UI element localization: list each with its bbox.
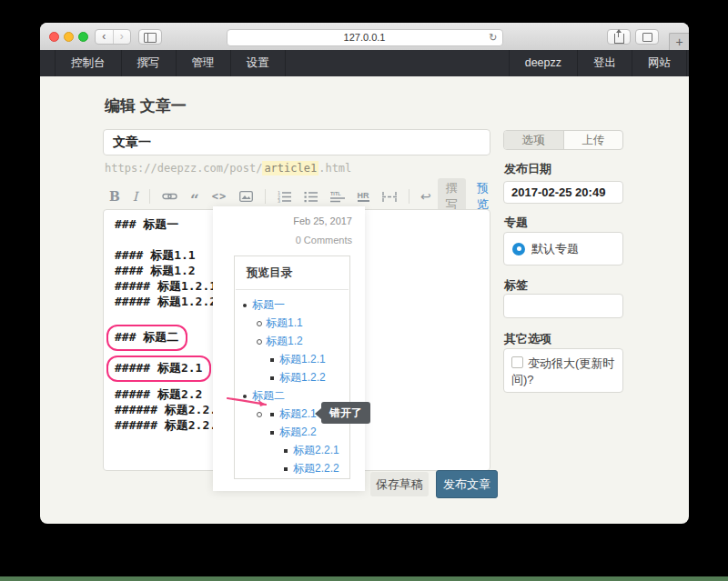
toc-link[interactable]: 标题2.2: [279, 426, 317, 438]
browser-window: ‹ › 127.0.0.1 ↻ + 控制台撰写管理设置 deepzz登出网站 编…: [40, 23, 689, 524]
toc-link[interactable]: 标题1.2.1: [279, 353, 326, 366]
other-options-label: 其它选项: [504, 331, 551, 347]
ordered-list-icon[interactable]: 123: [278, 191, 291, 203]
nav-item[interactable]: 控制台: [55, 50, 122, 76]
tab-upload[interactable]: 上传: [563, 131, 623, 149]
heading-icon[interactable]: TITL: [330, 191, 345, 203]
toc-bullet-square: [270, 376, 274, 380]
nav-item[interactable]: 网站: [632, 50, 687, 76]
sidebar-icon: [144, 33, 157, 43]
forward-button[interactable]: ›: [113, 30, 131, 44]
toc-link[interactable]: 标题一: [252, 298, 285, 311]
italic-icon[interactable]: I: [133, 189, 138, 204]
toc-item: 标题2.2.2: [235, 459, 349, 477]
nav-item[interactable]: deepzz: [509, 50, 577, 76]
toolbar-divider: [149, 189, 150, 204]
tags-label: 标签: [504, 277, 528, 294]
unordered-list-icon[interactable]: [304, 191, 318, 203]
checkbox-icon[interactable]: [511, 356, 523, 368]
horizontal-rule-icon[interactable]: HR: [358, 192, 369, 202]
zoom-window-button[interactable]: [78, 32, 88, 42]
tags-input[interactable]: [503, 294, 623, 318]
back-button[interactable]: ‹: [96, 30, 113, 44]
toc-list: 标题一标题1.1标题1.2标题1.2.1标题1.2.2标题二标题2.1错开了标题…: [235, 296, 349, 477]
toc-bullet-circle: [257, 321, 262, 326]
share-button[interactable]: [607, 29, 631, 45]
topic-label: 专题: [504, 215, 528, 231]
svg-text:TITL: TITL: [330, 191, 341, 196]
toc-link[interactable]: 标题2.1: [279, 407, 317, 420]
save-draft-button[interactable]: 保存草稿: [370, 472, 429, 496]
navbar-left: 控制台撰写管理设置: [55, 50, 286, 76]
markdown-toolbar: B I “ <> 123 TITL HR ↩ 撰写 预览: [103, 185, 490, 207]
publish-date-label: 发布日期: [504, 161, 551, 177]
permalink-slug[interactable]: article1: [262, 161, 318, 175]
tab-overview-button[interactable]: [635, 29, 659, 45]
link-icon[interactable]: [162, 191, 177, 202]
toc-bullet-square: [284, 449, 288, 453]
toc-link[interactable]: 标题2.2.1: [293, 444, 339, 456]
url-text: 127.0.0.1: [344, 32, 386, 43]
history-nav-group: ‹ ›: [95, 29, 131, 45]
share-icon: [614, 34, 624, 44]
nav-item[interactable]: 撰写: [122, 50, 177, 76]
toc-bullet-square: [270, 431, 274, 435]
tabs-icon: [642, 33, 652, 42]
image-icon[interactable]: [239, 191, 253, 202]
tab-options[interactable]: 选项: [504, 131, 563, 149]
minimize-window-button[interactable]: [64, 32, 74, 42]
toolbar-divider: [409, 189, 410, 204]
nav-item[interactable]: 管理: [177, 50, 231, 76]
address-bar[interactable]: 127.0.0.1 ↻: [227, 29, 503, 46]
toc-item: 标题1.2: [235, 332, 349, 350]
sidebar-toggle-button[interactable]: [138, 29, 162, 45]
navbar-right: deepzz登出网站: [509, 50, 687, 76]
svg-text:3: 3: [278, 198, 280, 203]
toc-link[interactable]: 标题2.2.2: [293, 462, 339, 475]
preview-overlay: Feb 25, 2017 0 Comments 预览目录 标题一标题1.1标题1…: [213, 206, 365, 491]
tab-preview[interactable]: 预览: [477, 180, 489, 213]
toc-link[interactable]: 标题1.2.2: [279, 371, 326, 384]
page-break-icon[interactable]: [382, 191, 397, 203]
desktop-edge: [0, 576, 728, 581]
post-title-input[interactable]: 文章一: [103, 129, 490, 155]
publish-button[interactable]: 发布文章: [436, 470, 498, 498]
toc-bullet-square: [270, 358, 274, 362]
toc-panel: 预览目录 标题一标题1.1标题1.2标题1.2.1标题1.2.2标题二标题2.1…: [234, 255, 350, 479]
major-change-label: 变动很大(更新时间)?: [511, 356, 614, 386]
bold-icon[interactable]: B: [109, 189, 120, 204]
permalink-suffix: .html: [318, 162, 351, 175]
close-window-button[interactable]: [49, 32, 59, 42]
toc-bullet-circle: [257, 339, 262, 345]
post-date: Feb 25, 2017: [293, 215, 352, 226]
toc-item: 标题一: [235, 296, 349, 314]
undo-icon[interactable]: ↩: [420, 189, 431, 204]
toc-bullet-square: [284, 467, 288, 471]
quote-icon[interactable]: “: [190, 195, 199, 205]
toc-item: 标题1.2.1: [235, 350, 349, 368]
toc-item: 标题1.2.2: [235, 368, 349, 386]
browser-titlebar: ‹ › 127.0.0.1 ↻: [40, 23, 689, 51]
toc-link[interactable]: 标题1.1: [266, 316, 303, 329]
toc-bullet-disc: [243, 304, 247, 307]
topic-option[interactable]: 默认专题: [503, 232, 623, 265]
publish-date-input[interactable]: 2017-02-25 20:49: [503, 181, 623, 204]
sidebar-tabs: 选项 上传: [503, 130, 623, 150]
toc-bullet-square: [270, 413, 274, 416]
annotation-arrow: [226, 395, 275, 413]
reload-icon[interactable]: ↻: [489, 30, 497, 45]
toc-title: 预览目录: [236, 256, 349, 290]
permalink-prefix: https://deepzz.com/post/: [105, 162, 262, 175]
toc-item: 标题2.2.1: [235, 441, 349, 459]
radio-selected-icon[interactable]: [512, 243, 525, 255]
permalink-text: https://deepzz.com/post/article1.html: [105, 162, 351, 175]
nav-item[interactable]: 设置: [231, 50, 286, 76]
code-icon[interactable]: <>: [212, 190, 227, 203]
nav-item[interactable]: 登出: [577, 50, 632, 76]
comments-count: 0 Comments: [296, 235, 352, 245]
toc-item: 标题2.2: [235, 423, 349, 441]
topic-option-label: 默认专题: [531, 241, 579, 257]
page-title: 编辑 文章一: [105, 95, 187, 116]
major-change-option[interactable]: 变动很大(更新时间)?: [503, 348, 623, 393]
toc-link[interactable]: 标题1.2: [266, 335, 303, 347]
